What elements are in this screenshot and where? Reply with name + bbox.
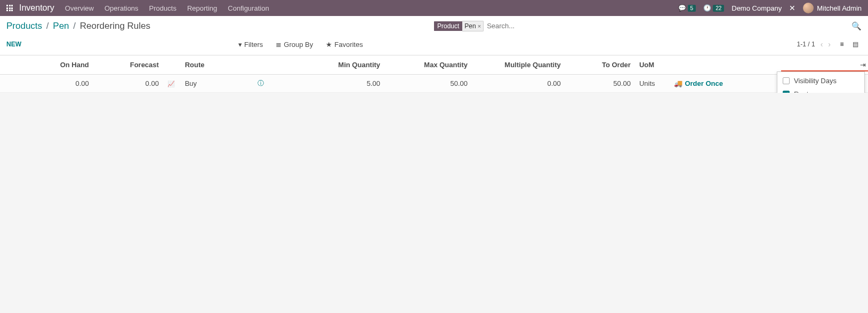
apps-icon[interactable] — [6, 5, 13, 11]
debug-icon[interactable]: ✕ — [789, 4, 795, 12]
cell-min-qty[interactable]: 5.00 — [268, 75, 385, 93]
chip-value: Pen — [464, 22, 476, 30]
col-to-order[interactable]: To Order — [565, 55, 635, 75]
topbar-right: 💬5 🕐22 Demo Company ✕ Mitchell Admin — [678, 3, 862, 13]
breadcrumb-current: Reordering Rules — [80, 21, 150, 31]
col-min-qty[interactable]: Min Quantity — [268, 55, 385, 75]
control-panel: Products / Pen / Reordering Rules Produc… — [0, 16, 868, 55]
column-options-menu: Visibility Days ✓Route Bill of Materials… — [777, 71, 865, 93]
cell-route[interactable]: Buy — [185, 79, 197, 87]
info-icon[interactable]: ⓘ — [258, 79, 264, 88]
user-name: Mitchell Admin — [817, 4, 862, 12]
avatar — [803, 3, 814, 13]
cell-uom[interactable]: Units — [635, 75, 670, 93]
activities-button[interactable]: 🕐22 — [703, 4, 724, 12]
star-icon: ★ — [326, 41, 332, 49]
view-switcher: ≡ ▤ — [836, 39, 862, 50]
pager: 1-1 / 1 ‹ › ≡ ▤ — [797, 39, 862, 50]
search-chip: Product Pen × — [434, 21, 484, 31]
list-view: On Hand Forecast Route Min Quantity Max … — [0, 55, 868, 93]
pager-range: 1-1 / 1 — [797, 41, 815, 48]
search-bar[interactable]: Product Pen × 🔍 — [434, 20, 862, 31]
col-opt-route[interactable]: ✓Route — [777, 87, 864, 93]
breadcrumb: Products / Pen / Reordering Rules — [6, 21, 150, 31]
checkbox-icon: ✓ — [783, 91, 790, 93]
groupby-button[interactable]: ≣Group By — [276, 41, 313, 49]
cell-multiple-qty[interactable]: 0.00 — [472, 75, 565, 93]
clock-icon: 🕐 — [703, 4, 711, 12]
table-row[interactable]: 0.00 0.00 📈 Buyⓘ 5.00 50.00 0.00 50.00 U… — [0, 75, 868, 93]
app-name[interactable]: Inventory — [19, 3, 54, 13]
column-options-icon[interactable]: ⇥ — [860, 61, 866, 69]
main-menu: Overview Operations Products Reporting C… — [65, 4, 269, 12]
breadcrumb-sep: / — [73, 21, 76, 31]
col-multiple-qty[interactable]: Multiple Quantity — [472, 55, 565, 75]
funnel-icon: ▾ — [238, 41, 242, 49]
breadcrumb-sep: / — [46, 21, 49, 31]
col-forecast[interactable]: Forecast — [93, 55, 163, 75]
col-opt-visibility-days[interactable]: Visibility Days — [777, 74, 864, 87]
menu-configuration[interactable]: Configuration — [228, 4, 269, 12]
col-uom[interactable]: UoM — [635, 55, 670, 75]
new-button[interactable]: NEW — [6, 41, 21, 48]
chip-field: Product — [434, 21, 462, 31]
forecast-chart-icon[interactable]: 📈 — [167, 81, 175, 87]
search-input[interactable] — [484, 20, 851, 31]
menu-operations[interactable]: Operations — [105, 4, 139, 12]
list-view-icon[interactable]: ≡ — [836, 39, 848, 50]
menu-products[interactable]: Products — [149, 4, 176, 12]
breadcrumb-products[interactable]: Products — [6, 21, 42, 31]
menu-reporting[interactable]: Reporting — [187, 4, 217, 12]
chat-badge: 5 — [688, 5, 696, 12]
clock-badge: 22 — [713, 5, 724, 12]
checkbox-icon — [783, 77, 790, 84]
truck-icon: 🚚 — [674, 79, 682, 87]
chat-button[interactable]: 💬5 — [678, 4, 696, 12]
cell-max-qty[interactable]: 50.00 — [384, 75, 472, 93]
pager-prev-icon[interactable]: ‹ — [821, 40, 823, 49]
cell-forecast: 0.00 — [93, 75, 163, 93]
kanban-view-icon[interactable]: ▤ — [850, 39, 862, 50]
top-navbar: Inventory Overview Operations Products R… — [0, 0, 868, 16]
cell-on-hand: 0.00 — [18, 75, 93, 93]
cell-to-order[interactable]: 50.00 — [565, 75, 635, 93]
search-icon[interactable]: 🔍 — [851, 21, 862, 31]
col-on-hand[interactable]: On Hand — [18, 55, 93, 75]
pager-next-icon[interactable]: › — [828, 40, 831, 49]
col-route[interactable]: Route — [181, 55, 268, 75]
chip-remove-icon[interactable]: × — [478, 23, 481, 29]
favorites-button[interactable]: ★Favorites — [326, 41, 363, 49]
layers-icon: ≣ — [276, 41, 282, 49]
col-max-qty[interactable]: Max Quantity — [384, 55, 472, 75]
filters-button[interactable]: ▾Filters — [238, 41, 263, 49]
reorder-table: On Hand Forecast Route Min Quantity Max … — [0, 55, 868, 93]
chat-icon: 💬 — [678, 4, 686, 12]
breadcrumb-pen[interactable]: Pen — [53, 21, 69, 31]
menu-overview[interactable]: Overview — [65, 4, 94, 12]
search-options: ▾Filters ≣Group By ★Favorites — [238, 41, 363, 49]
company-selector[interactable]: Demo Company — [732, 4, 782, 12]
user-menu[interactable]: Mitchell Admin — [803, 3, 862, 13]
